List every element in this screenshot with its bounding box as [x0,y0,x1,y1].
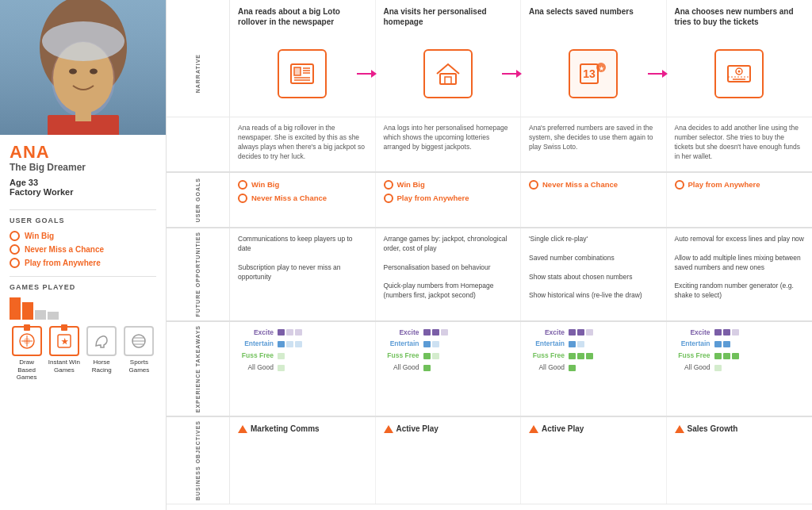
divider-1 [10,209,156,210]
stage-title-empty [167,0,230,30]
exp-bar-fuss-3-2 [577,353,584,359]
narrative-desc-1: Ana reads of a big rollover in the newsp… [230,117,376,171]
exp-bars-excite-4 [714,329,739,336]
exp-bar-fuss-2-1 [423,353,431,359]
svg-text:★: ★ [599,65,604,72]
exp-label-allgood-2: All Good [384,363,419,373]
exp-row-fuss-4: Fuss Free [675,351,805,361]
svg-rect-9 [75,109,91,121]
ug-3-1: Never Miss a Chance [529,179,658,190]
stage-title-2: Ana visits her personalised homepage [376,0,522,30]
svg-text:★: ★ [60,337,68,346]
exp-bars-entertain-4 [714,341,730,347]
game-icon-bar-1 [24,324,30,331]
exp-bar-excite-4-2 [723,329,730,336]
draw-games-icon [12,326,42,356]
svg-point-7 [90,69,98,75]
instant-games-icon: ★ [49,326,79,356]
ug-text-4-1: Play from Anywhere [688,179,760,190]
instant-icon-svg: ★ [56,332,73,350]
games-section-title: GAMES PLAYED [0,283,166,291]
future-opps-label: FUTURE OPPORTUNITIES [195,232,201,317]
fo-4-1: Auto removal for excess lines and play n… [675,235,805,244]
ug-circle-2-2 [384,194,393,203]
future-opps-label-cell: FUTURE OPPORTUNITIES [167,228,230,320]
exp-bar-entertain-1-3 [295,341,302,347]
exp-bars-fuss-4 [714,353,739,359]
right-panel: Ana reads about a big Loto rollover in t… [167,0,812,510]
fo-1-2: Subscription play to never miss an oppor… [238,263,367,282]
goal-text-3: Play from Anywhere [25,259,101,267]
exp-row-excite-1: Excite [238,328,367,338]
stage-titles-row: Ana reads about a big Loto rollover in t… [167,0,812,30]
exp-bar-excite-3-2 [577,329,584,336]
exp-bar-allgood-2-1 [423,365,431,371]
exp-label-entertain-3: Entertain [529,339,565,349]
exp-bar-excite-1-2 [286,329,293,336]
exp-bar-entertain-4-2 [723,341,730,347]
business-label-cell: BUSINESS OBJECTIVES [167,417,230,504]
goal-item-3: Play from Anywhere [0,256,166,270]
ug-circle-1-1 [238,180,247,190]
stage-title-1: Ana reads about a big Loto rollover in t… [230,0,376,30]
left-panel: ANA The Big Dreamer Age 33 Factory Worke… [0,0,167,510]
goal-circle-1 [10,231,20,241]
experience-cell-2: Excite Entertain [376,322,522,416]
game-horse: HorseRacing [85,326,119,382]
exp-bar-entertain-3-2 [577,341,584,347]
exp-bar-entertain-4-1 [714,341,722,347]
games-bar-chart [0,296,166,320]
bar-col-2 [22,302,33,320]
exp-label-excite-3: Excite [529,328,565,338]
exp-row-entertain-4: Entertain [675,339,805,349]
goal-text-1: Win Big [25,232,54,240]
exp-label-allgood-4: All Good [675,363,710,373]
future-opps-cell-1: Communications to keep players up to dat… [230,228,376,320]
arrow-head-1 [371,70,377,78]
instant-games-label: Instant WinGames [48,359,80,374]
biz-text-1: Marketing Comms [251,424,320,435]
ug-1-2: Never Miss a Chance [238,193,367,203]
exp-label-allgood-3: All Good [529,363,565,373]
persona-info: ANA The Big Dreamer Age 33 Factory Worke… [0,135,166,203]
stage-title-4: Ana chooses new numbers and tries to buy… [667,0,813,30]
exp-bar-fuss-4-1 [714,353,722,359]
exp-bar-entertain-3-1 [569,341,576,347]
exp-grid-1: Excite Entertain [238,328,367,374]
exp-bars-entertain-1 [278,341,302,347]
arrow-head-3 [662,70,668,78]
exp-bars-fuss-1 [278,353,285,359]
exp-row-entertain-3: Entertain [529,339,658,349]
exp-row-allgood-2: All Good [384,363,513,373]
draw-games-label: Draw BasedGames [10,359,44,382]
exp-row-excite-3: Excite [529,328,658,338]
persona-name: ANA [10,143,156,162]
ug-text-2-1: Win Big [397,179,425,190]
business-row: BUSINESS OBJECTIVES Marketing Comms Acti… [167,417,812,504]
exp-label-entertain-2: Entertain [384,339,419,349]
narrative-row: NARRATIVE [167,30,812,117]
horse-icon-svg [93,332,110,350]
game-instant: ★ Instant WinGames [47,326,81,382]
exp-row-fuss-1: Fuss Free [238,351,367,361]
ug-2-2: Play from Anywhere [384,193,513,203]
user-goals-label-cell: USER GOALS [167,173,230,227]
narrative-icon-3: 13 ★ [569,49,618,98]
persona-job: Factory Worker [10,187,156,197]
exp-label-fuss-4: Fuss Free [675,351,710,361]
fo-3-3: Show stats about chosen numbers [529,273,658,282]
narrative-icon-2 [423,49,473,98]
biz-obj-3: Active Play [529,424,658,435]
exp-row-fuss-2: Fuss Free [384,351,513,361]
arrow-1 [357,70,377,78]
exp-bar-excite-1-1 [278,329,285,336]
biz-triangle-3 [529,425,538,433]
exp-grid-4: Excite Entertain [675,328,805,374]
exp-bars-entertain-3 [569,341,584,347]
biz-obj-4: Sales Growth [675,424,805,435]
svg-rect-25 [440,74,456,84]
bar-3 [35,310,46,320]
ug-text-1-1: Win Big [251,179,279,190]
business-cell-2: Active Play [376,417,522,504]
experience-cell-3: Excite Entertain [521,322,667,416]
